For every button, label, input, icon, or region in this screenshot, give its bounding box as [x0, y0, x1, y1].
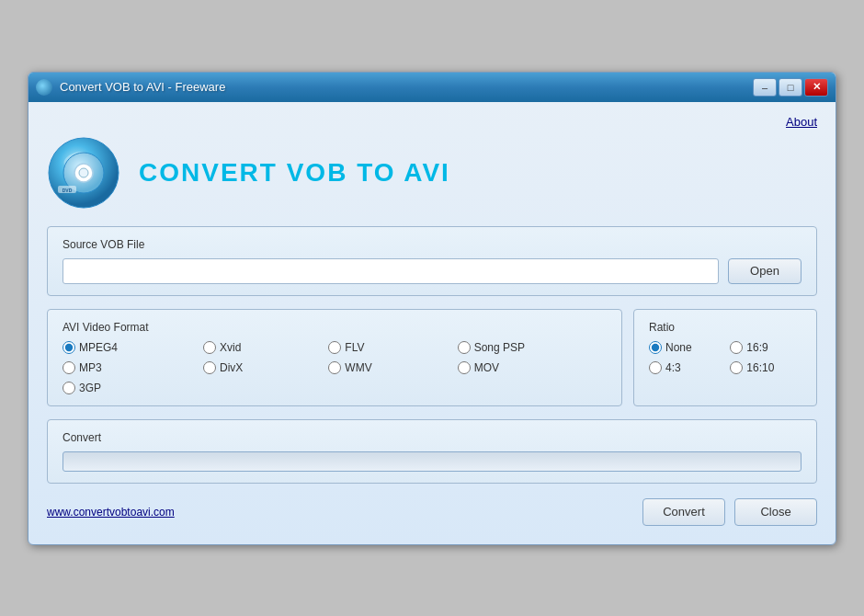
ratio-1610-radio[interactable] [730, 361, 743, 374]
bottom-row: www.convertvobtoavi.com Convert Close [47, 496, 817, 526]
titlebar: Convert VOB to AVI - Freeware – □ ✕ [28, 73, 836, 102]
format-xvid-label[interactable]: Xvid [220, 341, 241, 354]
ratio-none-radio[interactable] [649, 341, 662, 354]
format-3gp-radio[interactable] [63, 382, 75, 394]
ratio-169-item: 16:9 [730, 341, 801, 354]
titlebar-app-icon [36, 79, 52, 96]
website-link[interactable]: www.convertvobtoavi.com [47, 506, 175, 519]
format-mp3-radio[interactable] [63, 361, 75, 374]
bottom-buttons: Convert Close [642, 498, 817, 526]
format-divx-radio[interactable] [203, 361, 216, 374]
ratio-panel: Ratio None 16:9 4:3 [633, 309, 817, 406]
close-window-button[interactable]: ✕ [804, 78, 828, 97]
dvd-icon: DVD [47, 136, 120, 210]
svg-point-4 [79, 168, 88, 177]
format-wmv-label[interactable]: WMV [345, 361, 371, 374]
format-ratio-row: AVI Video Format MPEG4 Xvid FLV [47, 309, 817, 406]
format-divx-label[interactable]: DivX [220, 361, 243, 374]
format-mpeg4-label[interactable]: MPEG4 [79, 341, 118, 354]
ratio-43-item: 4:3 [649, 361, 719, 374]
format-mpeg4-item: MPEG4 [63, 341, 199, 354]
ratio-grid: None 16:9 4:3 16:10 [649, 341, 801, 374]
source-label: Source VOB File [63, 238, 801, 251]
ratio-169-radio[interactable] [730, 341, 743, 354]
ratio-43-label[interactable]: 4:3 [665, 361, 681, 374]
content-area: About [28, 102, 836, 544]
format-mov-item: MOV [458, 361, 607, 374]
format-songpsp-radio[interactable] [458, 341, 471, 354]
format-songpsp-item: Song PSP [458, 341, 607, 354]
ratio-1610-label[interactable]: 16:10 [746, 361, 774, 374]
app-header: DVD CONVERT VOB TO AVI [47, 136, 817, 210]
format-divx-item: DivX [203, 361, 324, 374]
source-section: Source VOB File Open [47, 226, 817, 296]
ratio-none-item: None [649, 341, 719, 354]
minimize-button[interactable]: – [753, 78, 777, 97]
source-row: Open [63, 258, 801, 284]
format-flv-label[interactable]: FLV [345, 341, 364, 354]
ratio-none-label[interactable]: None [665, 341, 692, 354]
convert-section: Convert [47, 419, 817, 484]
ratio-1610-item: 16:10 [730, 361, 801, 374]
source-input[interactable] [63, 258, 719, 284]
ratio-43-radio[interactable] [649, 361, 662, 374]
format-flv-item: FLV [328, 341, 453, 354]
format-3gp-item: 3GP [63, 382, 199, 394]
app-title: CONVERT VOB TO AVI [139, 158, 450, 188]
progress-bar-container [63, 451, 801, 472]
about-link[interactable]: About [786, 115, 817, 129]
about-row: About [47, 111, 817, 136]
format-mpeg4-radio[interactable] [63, 341, 75, 354]
ratio-label: Ratio [649, 321, 801, 334]
format-grid: MPEG4 Xvid FLV Song PSP [63, 341, 607, 394]
open-button[interactable]: Open [728, 258, 801, 284]
format-xvid-item: Xvid [203, 341, 324, 354]
format-3gp-label[interactable]: 3GP [79, 382, 101, 394]
svg-text:DVD: DVD [63, 188, 73, 193]
window-controls: – □ ✕ [753, 78, 828, 97]
format-xvid-radio[interactable] [203, 341, 216, 354]
format-mp3-item: MP3 [63, 361, 199, 374]
format-wmv-item: WMV [328, 361, 453, 374]
titlebar-title: Convert VOB to AVI - Freeware [60, 80, 753, 94]
close-button[interactable]: Close [734, 498, 817, 526]
format-flv-radio[interactable] [328, 341, 341, 354]
maximize-button[interactable]: □ [779, 78, 802, 97]
format-songpsp-label[interactable]: Song PSP [474, 341, 525, 354]
convert-section-label: Convert [63, 431, 801, 444]
format-panel: AVI Video Format MPEG4 Xvid FLV [47, 309, 622, 406]
format-wmv-radio[interactable] [328, 361, 341, 374]
ratio-169-label[interactable]: 16:9 [746, 341, 767, 354]
main-window: Convert VOB to AVI - Freeware – □ ✕ Abou… [28, 72, 836, 545]
format-mp3-label[interactable]: MP3 [79, 361, 102, 374]
format-mov-radio[interactable] [458, 361, 471, 374]
format-mov-label[interactable]: MOV [474, 361, 499, 374]
convert-button[interactable]: Convert [642, 498, 725, 526]
format-label: AVI Video Format [63, 321, 607, 334]
